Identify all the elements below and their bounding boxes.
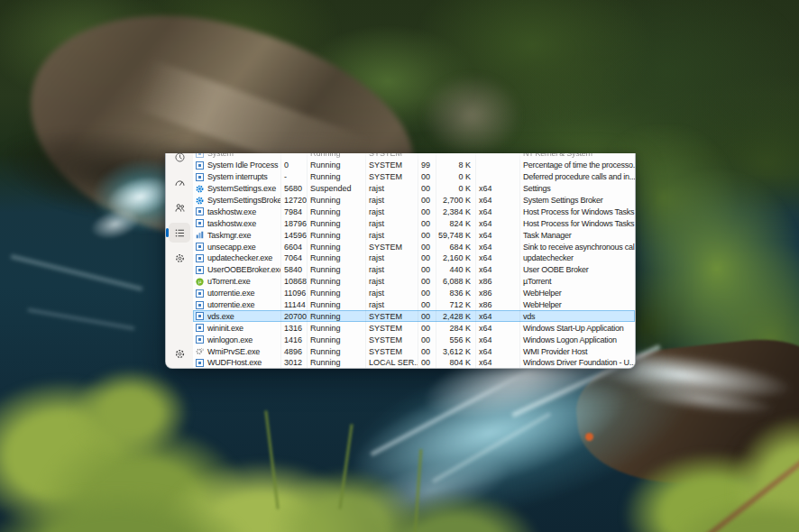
- process-user-cell: rajst: [366, 195, 418, 206]
- sidebar-item-app-history[interactable]: [169, 153, 190, 167]
- table-row[interactable]: vds.exe 20700 Running SYSTEM 00 2,428 K …: [193, 310, 635, 322]
- process-description-cell: Settings: [520, 183, 635, 195]
- default-exe-icon: [196, 153, 207, 158]
- table-row[interactable]: winlogon.exe 1416 Running SYSTEM 00 556 …: [193, 334, 635, 345]
- gauge-icon: [174, 177, 186, 188]
- process-status-cell: Running: [308, 276, 366, 288]
- process-user-cell: rajst: [366, 264, 418, 276]
- process-status-cell: Running: [308, 334, 366, 345]
- sidebar-item-startup-apps[interactable]: [169, 172, 190, 192]
- process-name-cell: SystemSettingsBroke...: [193, 195, 281, 206]
- process-memory-cell: 2,384 K: [436, 206, 476, 217]
- process-memory-cell: 0 K: [436, 183, 476, 195]
- process-name-cell: taskhostw.exe: [193, 206, 281, 217]
- process-status-cell: Running: [308, 345, 366, 357]
- table-row[interactable]: System Idle Process 0 Running SYSTEM 99 …: [193, 160, 635, 171]
- process-architecture-cell: x64: [476, 264, 520, 276]
- process-description-cell: System Settings Broker: [520, 195, 635, 206]
- default-exe-icon: [196, 359, 207, 367]
- default-exe-icon: [196, 254, 207, 262]
- table-row[interactable]: Taskmgr.exe 14596 Running rajst 00 59,74…: [193, 229, 635, 241]
- process-description-cell: WMI Provider Host: [520, 345, 635, 357]
- process-memory-cell: 836 K: [436, 288, 476, 299]
- process-architecture-cell: [476, 153, 520, 160]
- sidebar-item-details[interactable]: [169, 223, 190, 243]
- process-cpu-cell: 00: [418, 183, 436, 195]
- table-row[interactable]: UserOOBEBroker.exe 5840 Running rajst 00…: [193, 264, 635, 276]
- table-row[interactable]: utorrentie.exe 11144 Running rajst 00 71…: [193, 299, 635, 311]
- process-pid-cell: 1416: [281, 334, 308, 345]
- process-description-cell: Percentage of time the processo...: [520, 160, 635, 171]
- process-user-cell: SYSTEM: [366, 322, 418, 334]
- table-row[interactable]: taskhostw.exe 7984 Running rajst 00 2,38…: [193, 206, 635, 217]
- process-user-cell: rajst: [366, 206, 418, 217]
- process-memory-cell: 440 K: [436, 264, 476, 276]
- process-user-cell: SYSTEM: [366, 310, 418, 322]
- process-memory-cell: 0 K: [436, 171, 476, 183]
- table-row[interactable]: SystemSettingsBroke... 12720 Running raj…: [193, 195, 635, 206]
- process-memory-cell: 3,612 K: [436, 345, 476, 357]
- process-cpu-cell: 00: [418, 276, 436, 288]
- process-name-cell: System Idle Process: [193, 160, 281, 171]
- process-name-cell: UserOOBEBroker.exe: [193, 264, 281, 276]
- table-row[interactable]: System interrupts - Running SYSTEM 00 0 …: [193, 171, 635, 183]
- process-name-cell: wininit.exe: [193, 322, 281, 334]
- process-pid-cell: -: [281, 171, 308, 183]
- process-status-cell: Running: [308, 206, 366, 217]
- process-description-cell: NT Kernel & System: [520, 153, 635, 160]
- process-description-cell: Windows Logon Application: [520, 334, 635, 345]
- process-memory-cell: 712 K: [436, 299, 476, 311]
- process-status-cell: Running: [308, 288, 366, 299]
- process-architecture-cell: x64: [476, 195, 520, 206]
- process-cpu-cell: 00: [418, 264, 436, 276]
- process-pid-cell: 3012: [281, 357, 308, 368]
- table-row[interactable]: utorrentie.exe 11096 Running rajst 00 83…: [193, 288, 635, 299]
- process-status-cell: Running: [308, 310, 366, 322]
- wallpaper-foliage: [370, 491, 541, 532]
- process-description-cell: vds: [520, 310, 635, 322]
- process-memory-cell: 2,160 K: [436, 252, 476, 264]
- default-exe-icon: [196, 266, 207, 274]
- sidebar-item-settings[interactable]: [169, 344, 190, 363]
- process-name-cell: utorrentie.exe: [193, 288, 281, 299]
- sidebar-item-services[interactable]: [169, 248, 190, 268]
- process-name-cell: vds.exe: [193, 310, 281, 322]
- sidebar-item-users[interactable]: [169, 197, 190, 217]
- table-row[interactable]: wininit.exe 1316 Running SYSTEM 00 284 K…: [193, 322, 635, 334]
- process-name-cell: updatechecker.exe: [193, 252, 281, 264]
- process-pid-cell: 20700: [281, 310, 308, 322]
- table-row[interactable]: updatechecker.exe 7064 Running rajst 00 …: [193, 252, 635, 264]
- process-memory-cell: 824 K: [436, 217, 476, 229]
- table-row[interactable]: WmiPrvSE.exe 4896 Running SYSTEM 00 3,61…: [193, 345, 635, 357]
- table-row[interactable]: taskhostw.exe 18796 Running rajst 00 824…: [193, 217, 635, 229]
- process-architecture-cell: x64: [476, 183, 520, 195]
- process-pid-cell: 11096: [281, 288, 308, 299]
- utorrent-icon: µ: [196, 278, 207, 286]
- process-user-cell: SYSTEM: [366, 153, 418, 160]
- process-status-cell: Running: [308, 171, 366, 183]
- process-architecture-cell: [476, 160, 520, 171]
- default-exe-icon: [196, 243, 207, 251]
- process-details-list: System Running SYSTEM NT Kernel & System…: [193, 153, 635, 368]
- process-cpu-cell: 00: [418, 288, 436, 299]
- process-architecture-cell: [476, 171, 520, 183]
- table-row[interactable]: unsecapp.exe 6604 Running SYSTEM 00 684 …: [193, 241, 635, 252]
- process-status-cell: Running: [308, 160, 366, 171]
- process-user-cell: rajst: [366, 229, 418, 241]
- table-row[interactable]: µuTorrent.exe 10868 Running rajst 00 6,0…: [193, 276, 635, 288]
- process-description-cell: Task Manager: [520, 229, 635, 241]
- settings-gear-icon: [196, 197, 207, 205]
- process-memory-cell: 8 K: [436, 160, 476, 171]
- process-cpu-cell: 00: [418, 334, 436, 345]
- table-row[interactable]: SystemSettings.exe 5680 Suspended rajst …: [193, 183, 635, 195]
- table-row[interactable]: WUDFHost.exe 3012 Running LOCAL SER... 0…: [193, 357, 635, 368]
- process-description-cell: WebHelper: [520, 288, 635, 299]
- process-user-cell: LOCAL SER...: [366, 357, 418, 368]
- process-status-cell: Running: [308, 217, 366, 229]
- process-pid-cell: 7064: [281, 252, 308, 264]
- table-row[interactable]: System Running SYSTEM NT Kernel & System: [193, 153, 635, 160]
- process-cpu-cell: 00: [418, 252, 436, 264]
- process-memory-cell: 6,088 K: [436, 276, 476, 288]
- process-pid-cell: 1316: [281, 322, 308, 334]
- default-exe-icon: [196, 312, 207, 320]
